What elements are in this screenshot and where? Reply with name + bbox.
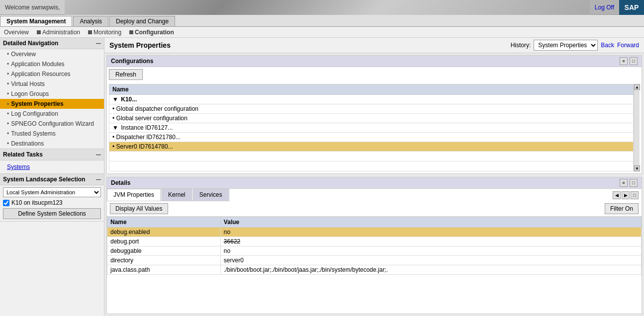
history-label: History: bbox=[511, 42, 531, 49]
table-row[interactable]: ▼ K10... bbox=[109, 95, 634, 104]
sidebar-item-logon-groups[interactable]: • Logon Groups bbox=[0, 89, 104, 99]
panel-icon-minimize[interactable]: □ bbox=[630, 57, 638, 65]
related-tasks-content: Systems bbox=[0, 160, 104, 173]
page-title: System Properties bbox=[109, 41, 171, 49]
tree-node-dispatcher[interactable]: • Dispatcher ID7621780... bbox=[109, 133, 634, 142]
tab-system-management[interactable]: System Management bbox=[0, 16, 72, 26]
related-tasks-toggle[interactable]: — bbox=[96, 152, 101, 158]
history-dropdown[interactable]: System Properties bbox=[534, 40, 598, 51]
tree-node-k10[interactable]: ▼ K10... bbox=[109, 95, 634, 104]
sidebar-item-app-resources[interactable]: • Application Resources bbox=[0, 69, 104, 79]
system-checkbox[interactable] bbox=[3, 200, 9, 206]
expand-icon[interactable]: ▼ bbox=[112, 96, 118, 103]
table-row[interactable]: • Global server configuration bbox=[109, 114, 634, 123]
configs-table-scroll: Name ▼ K10... bbox=[109, 84, 634, 171]
detail-value-cell: 36622 bbox=[220, 237, 641, 246]
table-row[interactable]: debuggable no bbox=[107, 246, 642, 256]
tree-node-server0[interactable]: • Server0 ID7614780... bbox=[109, 142, 634, 152]
forward-link[interactable]: Forward bbox=[617, 42, 639, 49]
panel-icons: ≡ □ bbox=[620, 57, 638, 65]
detailed-nav-toggle[interactable]: — bbox=[96, 41, 101, 46]
tab-nav-buttons: ◀ ▶ □ bbox=[613, 191, 642, 199]
configurations-tree: Name ▼ K10... bbox=[109, 84, 634, 171]
table-row[interactable]: ▼ Instance ID76127... bbox=[109, 123, 634, 133]
scroll-down-arrow[interactable]: ▼ bbox=[634, 165, 640, 171]
logoff-link[interactable]: Log Off bbox=[590, 4, 619, 11]
table-row[interactable]: • Server0 ID7614780... bbox=[109, 142, 634, 152]
panel-icon-list[interactable]: ≡ bbox=[620, 57, 628, 65]
tree-node-global-server[interactable]: • Global server configuration bbox=[109, 114, 634, 123]
bullet-icon: • bbox=[7, 110, 9, 117]
details-title: Details bbox=[111, 179, 130, 186]
subnav-configuration[interactable]: Configuration bbox=[129, 29, 174, 36]
refresh-button[interactable]: Refresh bbox=[109, 69, 143, 80]
table-row[interactable]: debug.enabled no bbox=[107, 228, 642, 237]
table-row[interactable]: • Global dispatcher configuration bbox=[109, 104, 634, 114]
define-system-selections-button[interactable]: Define System Selections bbox=[3, 208, 101, 219]
related-tasks-title: Related Tasks bbox=[3, 151, 43, 158]
history-bar: History: System Properties Back Forward bbox=[511, 40, 639, 51]
sidebar-item-spnego[interactable]: • SPNEGO Configuration Wizard bbox=[0, 119, 104, 129]
sidebar-item-virtual-hosts[interactable]: • Virtual Hosts bbox=[0, 79, 104, 89]
subnav-overview[interactable]: Overview bbox=[4, 29, 29, 36]
bullet-icon: • bbox=[7, 90, 9, 97]
table-row[interactable]: directory server0 bbox=[107, 256, 642, 265]
back-link[interactable]: Back bbox=[601, 42, 614, 49]
details-toolbar: Display All Values Filter On bbox=[107, 201, 642, 217]
tab-next-button[interactable]: ▶ bbox=[622, 191, 630, 199]
details-scroll-area[interactable]: Name Value debug.enabled no debug.port 3… bbox=[107, 217, 642, 314]
system-landscape-toggle[interactable]: — bbox=[96, 177, 101, 182]
details-icon-list[interactable]: ≡ bbox=[620, 179, 628, 187]
table-row[interactable]: debug.port 36622 bbox=[107, 237, 642, 246]
details-col-name: Name bbox=[107, 217, 221, 228]
sidebar-item-system-properties[interactable]: • System Properties bbox=[0, 99, 104, 109]
main-layout: Detailed Navigation — • Overview • Appli… bbox=[0, 38, 644, 316]
filter-on-button[interactable]: Filter On bbox=[605, 203, 639, 214]
detail-name-cell: debuggable bbox=[107, 246, 221, 256]
sidebar-item-trusted-systems[interactable]: • Trusted Systems bbox=[0, 129, 104, 139]
sidebar-item-destinations[interactable]: • Destinations bbox=[0, 139, 104, 149]
detailed-nav-header: Detailed Navigation — bbox=[0, 38, 104, 49]
details-panel: Details ≡ □ JVM Properties Kernel Servic… bbox=[106, 177, 642, 314]
detail-value-cell: no bbox=[220, 228, 641, 237]
related-tasks-section: Related Tasks — Systems bbox=[0, 149, 104, 174]
tab-analysis[interactable]: Analysis bbox=[73, 16, 108, 26]
detail-value-cell: ./bin/boot/boot.jar;./bin/boot/jaas.jar;… bbox=[220, 265, 641, 275]
bullet-icon: • bbox=[112, 105, 116, 112]
detail-value-cell: server0 bbox=[220, 256, 641, 265]
welcome-text: Welcome swnwpwis, bbox=[0, 4, 65, 11]
bullet-icon: • bbox=[112, 134, 116, 141]
expand-icon[interactable]: ▼ bbox=[112, 124, 118, 131]
scroll-up-arrow[interactable]: ▲ bbox=[634, 84, 640, 90]
configs-table-container: Name ▼ K10... bbox=[109, 84, 640, 171]
subnav-administration[interactable]: Administration bbox=[37, 29, 80, 36]
tab-prev-button[interactable]: ◀ bbox=[613, 191, 621, 199]
bullet-icon: • bbox=[7, 61, 9, 68]
nav-tabs: System Management Analysis Deploy and Ch… bbox=[0, 15, 644, 27]
details-icon-minimize[interactable]: □ bbox=[630, 179, 638, 187]
content-area: System Properties History: System Proper… bbox=[104, 38, 644, 316]
sub-nav: Overview Administration Monitoring Confi… bbox=[0, 27, 644, 38]
tree-node-global-dispatcher[interactable]: • Global dispatcher configuration bbox=[109, 104, 634, 114]
tab-kernel[interactable]: Kernel bbox=[162, 189, 192, 201]
header: Welcome swnwpwis, Log Off SAP bbox=[0, 0, 644, 15]
table-row[interactable]: java.class.path ./bin/boot/boot.jar;./bi… bbox=[107, 265, 642, 275]
vertical-scrollbar[interactable]: ▲ ▼ bbox=[634, 84, 640, 171]
detail-name-cell: debug.port bbox=[107, 237, 221, 246]
table-row[interactable]: • Dispatcher ID7621780... bbox=[109, 133, 634, 142]
system-landscape-dropdown[interactable]: Local System Administration bbox=[3, 187, 101, 197]
systems-link[interactable]: Systems bbox=[3, 162, 101, 171]
tab-services[interactable]: Services bbox=[193, 189, 229, 201]
configurations-panel-header: Configurations ≡ □ bbox=[107, 56, 642, 67]
bullet-icon: • bbox=[7, 130, 9, 137]
subnav-monitoring[interactable]: Monitoring bbox=[88, 29, 121, 36]
sidebar-item-log-config[interactable]: • Log Configuration bbox=[0, 109, 104, 119]
sidebar-item-overview[interactable]: • Overview bbox=[0, 49, 104, 59]
tab-jvm-properties[interactable]: JVM Properties bbox=[107, 189, 161, 201]
tree-node-instance[interactable]: ▼ Instance ID76127... bbox=[109, 123, 634, 133]
content-header: System Properties History: System Proper… bbox=[104, 38, 644, 53]
tab-expand-button[interactable]: □ bbox=[631, 191, 639, 199]
display-all-values-button[interactable]: Display All Values bbox=[110, 203, 168, 214]
sidebar-item-app-modules[interactable]: • Application Modules bbox=[0, 59, 104, 69]
tab-deploy-change[interactable]: Deploy and Change bbox=[109, 16, 175, 26]
